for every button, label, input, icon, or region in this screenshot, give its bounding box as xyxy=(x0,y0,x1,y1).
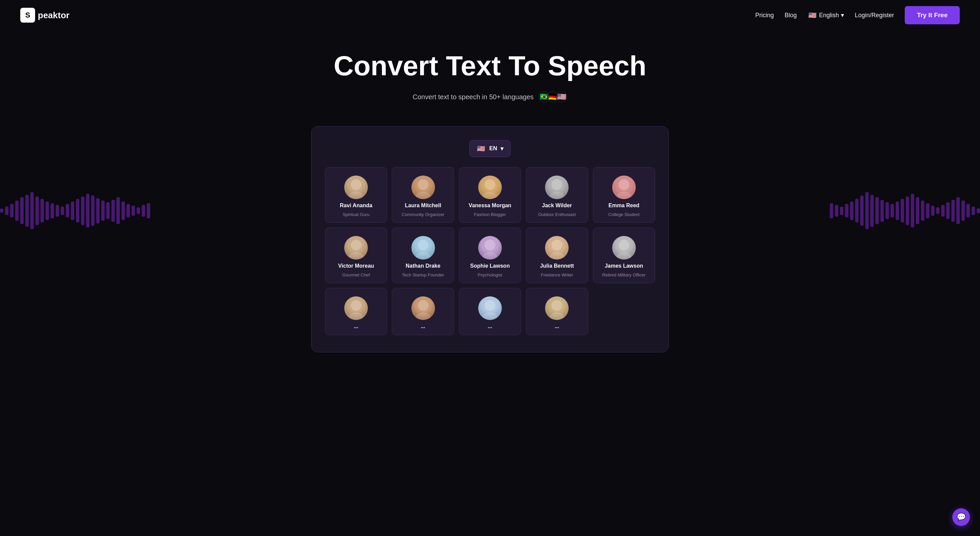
waveform-right-bar-27 xyxy=(967,204,970,217)
avatar xyxy=(612,175,636,199)
waveform-right-bar-9 xyxy=(875,197,879,224)
voice-name: Sophie Lawson xyxy=(470,263,509,269)
svg-point-2 xyxy=(418,179,429,190)
waveform-left-bar-20 xyxy=(101,200,105,221)
voice-name: ... xyxy=(354,323,358,329)
voice-card-james-lawson[interactable]: James LawsonRetired Military Officer xyxy=(593,227,655,283)
waveform-left-bar-8 xyxy=(40,199,44,223)
voice-role: Fashion Blogger xyxy=(474,212,506,217)
waveform-left-bar-2 xyxy=(10,204,13,217)
hero-section: Convert Text To Speech Convert text to s… xyxy=(0,30,980,126)
language-selector[interactable]: 🇺🇸 English ▾ xyxy=(808,11,844,20)
voice-role: Gourmet Chef xyxy=(342,272,370,277)
waveform-right-bar-6 xyxy=(860,196,864,226)
avatar xyxy=(344,236,368,259)
avatar xyxy=(344,175,368,199)
waveform-right-bar-0 xyxy=(830,203,833,218)
waveform-left-bar-13 xyxy=(66,204,69,217)
voice-role: Psychologist xyxy=(478,272,503,277)
voice-card-jack-wilder[interactable]: Jack WilderOutdoor Enthusiast xyxy=(526,167,588,223)
voice-name: Vanessa Morgan xyxy=(469,202,511,208)
voice-card-sophie-lawson[interactable]: Sophie LawsonPsychologist xyxy=(459,227,521,283)
waveform-right-bar-22 xyxy=(941,205,945,217)
voice-name: ... xyxy=(421,323,425,329)
waveform-left xyxy=(0,146,150,275)
voice-card-nathan-drake[interactable]: Nathan DrakeTech Startup Founder xyxy=(392,227,454,283)
card-flag-icon: 🇺🇸 xyxy=(477,144,486,153)
waveform-right-bar-24 xyxy=(951,200,955,222)
hero-subtitle: Convert text to speech in 50+ languages … xyxy=(7,91,973,103)
svg-point-4 xyxy=(485,179,495,190)
avatar xyxy=(411,236,435,259)
chat-icon: 💬 xyxy=(957,513,966,522)
waveform-left-bar-5 xyxy=(25,195,29,227)
svg-point-10 xyxy=(351,240,361,250)
waveform-left-bar-24 xyxy=(121,202,125,220)
voice-card-julia-bennett[interactable]: Julia BennettFreelance Writer xyxy=(526,227,588,283)
navbar: S peaktor Pricing Blog 🇺🇸 English ▾ Logi… xyxy=(0,0,980,30)
login-register-link[interactable]: Login/Register xyxy=(855,12,894,19)
waveform-right-bar-13 xyxy=(896,202,899,220)
waveform-left-bar-4 xyxy=(20,197,24,224)
waveform-left-bar-16 xyxy=(81,196,84,225)
waveform-left-bar-12 xyxy=(61,207,64,215)
voice-role: College Student xyxy=(608,212,640,217)
voice-card-laura-mitchell[interactable]: Laura MitchellCommunity Organizer xyxy=(392,167,454,223)
voice-card-vanessa-morgan[interactable]: Vanessa MorganFashion Blogger xyxy=(459,167,521,223)
voice-card-ravi-ananda[interactable]: Ravi AnandaSpiritual Guru xyxy=(325,167,387,223)
svg-point-0 xyxy=(351,179,361,190)
language-flags: 🇧🇷 🇩🇪 🇺🇸 xyxy=(538,91,567,103)
svg-point-9 xyxy=(617,192,632,199)
svg-point-6 xyxy=(551,179,562,190)
voice-card-victor-moreau[interactable]: Victor MoreauGourmet Chef xyxy=(325,227,387,283)
waveform-right-bar-5 xyxy=(855,199,859,223)
pricing-link[interactable]: Pricing xyxy=(755,12,774,19)
voice-name: Laura Mitchell xyxy=(405,202,441,208)
voice-role: Community Organizer xyxy=(402,212,444,217)
svg-point-7 xyxy=(549,192,564,199)
flag-usa: 🇺🇸 xyxy=(556,91,567,103)
chat-button[interactable]: 💬 xyxy=(952,508,970,526)
svg-point-14 xyxy=(485,240,495,250)
waveform-right-bar-2 xyxy=(840,207,843,215)
blog-link[interactable]: Blog xyxy=(784,12,797,19)
waveform-right-bar-26 xyxy=(961,200,965,221)
svg-point-8 xyxy=(619,179,629,190)
svg-point-23 xyxy=(416,313,431,320)
avatar xyxy=(545,296,569,320)
svg-point-16 xyxy=(551,240,562,250)
voice-card-...[interactable]: ... xyxy=(526,288,588,335)
avatar xyxy=(411,296,435,320)
chevron-down-icon: ▾ xyxy=(841,11,844,19)
voice-name: Julia Bennett xyxy=(540,263,574,269)
voice-name: James Lawson xyxy=(605,263,643,269)
try-free-button[interactable]: Try It Free xyxy=(905,6,960,24)
waveform-right-bar-10 xyxy=(880,200,884,222)
avatar xyxy=(344,296,368,320)
waveform-right-bar-1 xyxy=(835,205,838,217)
card-language-button[interactable]: 🇺🇸 EN ▾ xyxy=(469,140,511,157)
waveform-right-bar-14 xyxy=(901,199,904,223)
waveform-right-bar-29 xyxy=(977,208,980,213)
voice-card-...[interactable]: ... xyxy=(325,288,387,335)
hero-headline: Convert Text To Speech xyxy=(7,51,973,81)
waveform-right-bar-7 xyxy=(865,192,869,229)
voice-card-...[interactable]: ... xyxy=(392,288,454,335)
voice-card-...[interactable]: ... xyxy=(459,288,521,335)
voice-card-emma-reed[interactable]: Emma ReedCollege Student xyxy=(593,167,655,223)
svg-point-11 xyxy=(348,252,363,259)
waveform-left-bar-7 xyxy=(35,196,39,225)
waveform-right-bar-21 xyxy=(936,207,940,214)
waveform-left-bar-25 xyxy=(127,204,130,217)
voice-grid-row1: Ravi AnandaSpiritual Guru Laura Mitchell… xyxy=(325,167,655,223)
waveform-right-bar-20 xyxy=(931,205,934,216)
waveform-left-bar-22 xyxy=(111,200,115,222)
waveform-left-bar-23 xyxy=(116,197,120,224)
nav-right: Pricing Blog 🇺🇸 English ▾ Login/Register… xyxy=(755,6,960,24)
waveform-right-bar-23 xyxy=(946,202,950,219)
logo[interactable]: S peaktor xyxy=(20,8,70,22)
waveform-left-bar-10 xyxy=(51,203,54,218)
waveform-right-bar-28 xyxy=(972,207,975,215)
voice-role: Freelance Writer xyxy=(541,272,573,277)
voice-grid-row3: ... ... ... ... xyxy=(325,288,655,335)
